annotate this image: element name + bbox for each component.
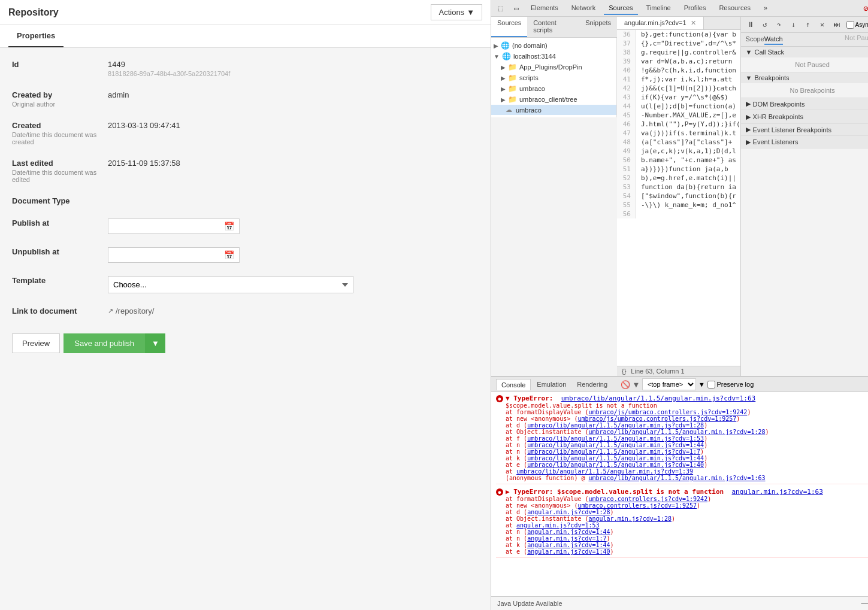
stack-link[interactable]: angular.min.js?cdv=1:28 [588,515,671,522]
deactivate-button[interactable]: ✕ [816,19,828,31]
tab-more[interactable]: » [759,2,772,15]
chevron-right-evtlstn: ▶ [746,126,751,133]
event-listener-breakpoints-header[interactable]: ▶ Event Listener Breakpoints [741,124,868,135]
java-update-minimize[interactable]: — [861,599,868,608]
tab-profiles[interactable]: Profiles [679,2,711,15]
stack-link[interactable]: angular.min.js?cdv=1:40 [527,548,610,555]
tab-resources[interactable]: Resources [714,2,755,15]
tree-umbraco-client[interactable]: ▶ 📁 umbraco_client/tree [491,94,616,105]
stack-link[interactable]: umbraco/lib/angular/1.1.5/angular.min.js… [516,468,693,475]
clear-console-icon[interactable]: 🚫 [621,380,630,389]
dom-breakpoints-header[interactable]: ▶ DOM Breakpoints [741,98,868,110]
save-publish-dropdown-button[interactable]: ▼ [145,333,165,353]
publish-at-label: Publish at [12,218,108,227]
stack-link[interactable]: umbraco/js/umbraco.controllers.js?cdv=1:… [588,409,747,415]
chevron-right-icon-5: ▶ [501,96,506,103]
publish-at-input[interactable] [108,219,219,233]
stack-link[interactable]: umbraco/lib/angular/1.1.5/angular.min.js… [527,422,704,429]
tree-no-domain[interactable]: ▶ 🌐 (no domain) [491,40,616,51]
property-created-by: Created by Original author admin [12,90,479,108]
code-file-tab: angular.min.js?cdv=1 ✕ [617,17,740,30]
event-listeners-header[interactable]: ▶ Event Listeners ↻ [741,136,868,148]
save-publish-button[interactable]: Save and publish [63,333,145,353]
stack-link[interactable]: umbraco/lib/angular/1.1.5/angular.min.js… [588,475,765,481]
error-stack-1-11: (anonymous function) @ umbraco/lib/angul… [496,475,868,481]
error-file-2[interactable]: angular.min.js?cdv=1:63 [732,488,823,496]
curly-braces-icon: {} [622,368,626,375]
tab-timeline[interactable]: Timeline [642,2,676,15]
template-select[interactable]: Choose... [108,276,353,293]
line-content: f*,j);var i,k,l;h=a.att [636,75,732,84]
console-tab-emulation[interactable]: Emulation [532,379,571,390]
tab-sources[interactable]: Sources [604,2,637,15]
stack-link[interactable]: umbraco/lib/angular/1.1.5/angular.min.js… [527,442,704,448]
async-checkbox[interactable] [846,21,854,29]
stack-link[interactable]: umbraco/lib/angular/1.1.5/angular.min.js… [527,455,704,462]
stack-link[interactable]: umbraco/lib/angular/1.1.5/angular.min.js… [527,462,704,468]
call-stack-header[interactable]: ▼ Call Stack [741,47,868,57]
line-number: 53 [617,183,636,192]
console-tab-rendering[interactable]: Rendering [572,379,612,390]
actions-button[interactable]: Actions ▼ [431,4,482,20]
tab-network[interactable]: Network [567,2,600,15]
stack-link[interactable]: umbraco/lib/angular/1.1.5/angular.min.js… [527,435,704,442]
frame-dropdown-icon[interactable]: ▼ [700,381,704,389]
tree-umbraco-folder[interactable]: ▶ 📁 umbraco [491,83,616,94]
code-line: 56 [617,210,740,218]
debugger-toolbar: ⏸ ↺ ↷ ↓ ↑ ✕ ⏭ Async [741,17,868,33]
tab-elements[interactable]: Elements [526,2,563,15]
tree-localhost[interactable]: ▼ 🌐 localhost:3144 [491,51,616,62]
sources-tab-snippets[interactable]: Snippets [579,17,617,37]
step-out-button[interactable]: ↑ [802,19,814,31]
console-tabs: Console Emulation Rendering [496,379,612,390]
sources-tab-sources[interactable]: Sources [491,17,527,37]
async-button[interactable]: ⏭ [831,19,843,31]
publish-at-calendar-icon[interactable]: 📅 [219,219,239,233]
stack-link[interactable]: angular.min.js?cdv=1:7 [527,535,606,542]
code-line: 52b),e=g.href,e.match(i)|| [617,174,740,183]
preserve-log-checkbox[interactable] [707,381,715,389]
buttons-row: Preview Save and publish ▼ [12,333,479,353]
tree-umbraco-file[interactable]: ☁ umbraco [491,105,616,115]
step-into-button[interactable]: ↓ [788,19,800,31]
unpublish-at-calendar-icon[interactable]: 📅 [219,248,239,262]
device-mode-icon[interactable]: ▭ [510,2,522,14]
step-over-button[interactable]: ↷ [773,19,785,31]
pause-button[interactable]: ⏸ [745,19,757,31]
tree-label: scripts [519,74,539,81]
stack-link[interactable]: umbraco/lib/angular/1.1.5/angular.min.js… [588,429,765,435]
stack-link[interactable]: umbraco.controllers.js?cdv=1:9242 [588,496,707,502]
console-tab-console[interactable]: Console [496,379,531,390]
preview-button[interactable]: Preview [12,333,60,353]
tree-label: (no domain) [512,42,548,49]
stack-link[interactable]: angular.min.js?cdv=1:28 [527,509,610,515]
error-file-1[interactable]: umbraco/lib/angular/1.1.5/angular.min.js… [561,394,756,402]
globe-icon-2: 🌐 [502,52,511,60]
stack-link[interactable]: umbraco/js/umbraco.controllers.js?cdv=1:… [577,415,736,422]
filter-icon[interactable]: ▼ [634,380,639,389]
stack-link[interactable]: umbraco/lib/angular/1.1.5/angular.min.js… [527,448,700,455]
scope-tab[interactable]: Scope [746,34,764,45]
sources-tab-content-scripts[interactable]: Content scripts [527,17,579,37]
frame-selector[interactable]: <top frame> [642,378,696,390]
stack-link[interactable]: angular.min.js?cdv=1:44 [527,529,610,535]
stack-link[interactable]: angular.min.js?cdv=1:53 [516,522,599,529]
tree-scripts[interactable]: ▶ 📁 scripts [491,72,616,83]
code-file-tab-item[interactable]: angular.min.js?cdv=1 ✕ [617,17,704,29]
xhr-breakpoints-header[interactable]: ▶ XHR Breakpoints + [741,110,868,123]
breakpoints-header[interactable]: ▼ Breakpoints [741,72,868,83]
resume-button[interactable]: ↺ [759,19,771,31]
tree-app-plugins[interactable]: ▶ 📁 App_Plugins/DropPin [491,62,616,72]
tree-label: localhost:3144 [513,53,556,60]
close-tab-icon[interactable]: ✕ [691,19,696,26]
unpublish-at-input[interactable] [108,248,219,262]
tab-properties[interactable]: Properties [8,25,63,47]
event-listeners-section: ▶ Event Listeners ↻ [741,136,868,148]
code-lines: 36b},get:function(a){var b37{},c="Direct… [617,30,740,366]
chevron-right-icon-2: ▶ [501,64,506,71]
file-tree-section: Sources Content scripts Snippets ▶ 🌐 (no… [491,17,617,376]
watch-tab[interactable]: Watch [764,34,783,45]
stack-link[interactable]: angular.min.js?cdv=1:44 [527,542,610,548]
inspect-element-icon[interactable]: ⬚ [495,2,507,14]
stack-link[interactable]: umbraco.controllers.js?cdv=1:9257 [577,502,697,509]
